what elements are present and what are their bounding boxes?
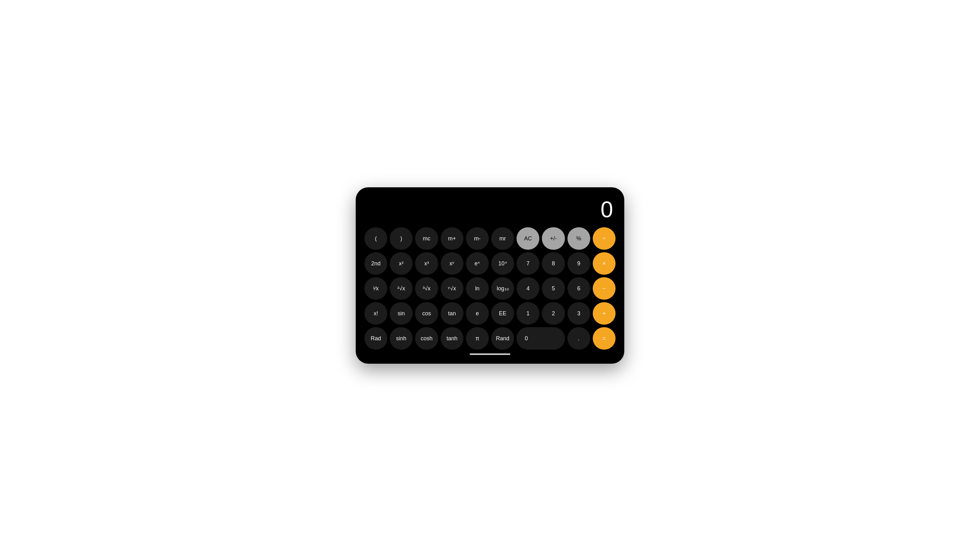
subtract-button[interactable]: − — [593, 277, 616, 300]
home-indicator — [364, 353, 616, 355]
display-value: 0 — [601, 197, 612, 222]
cos-button[interactable]: cos — [415, 302, 438, 325]
rad-button[interactable]: Rad — [364, 327, 387, 349]
add-button[interactable]: + — [593, 302, 616, 325]
tan-button[interactable]: tan — [441, 302, 463, 325]
percent-button[interactable]: % — [568, 227, 590, 250]
sin-button[interactable]: sin — [390, 302, 412, 325]
display: 0 — [364, 194, 616, 227]
sqrt2-button[interactable]: ²√x — [390, 277, 412, 300]
2-button[interactable]: 2 — [542, 302, 565, 325]
m-minus-button[interactable]: m- — [466, 227, 489, 250]
m-plus-button[interactable]: m+ — [441, 227, 463, 250]
e-button[interactable]: e — [466, 302, 489, 325]
xy-button[interactable]: xʸ — [441, 252, 463, 275]
pi-button[interactable]: π — [466, 327, 489, 349]
0-button[interactable]: 0 — [517, 327, 565, 349]
8-button[interactable]: 8 — [542, 252, 565, 275]
calculator: 0 ()mcm+m-mrAC+/-%÷2ndx²x³xʸeˣ10ˣ789×¹⁄x… — [356, 187, 624, 364]
10x-button[interactable]: 10ˣ — [491, 252, 514, 275]
close-paren-button[interactable]: ) — [390, 227, 412, 250]
rand-button[interactable]: Rand — [491, 327, 514, 349]
decimal-button[interactable]: . — [568, 327, 590, 349]
tanh-button[interactable]: tanh — [441, 327, 463, 349]
9-button[interactable]: 9 — [568, 252, 590, 275]
log10-button[interactable]: log₁₀ — [491, 277, 514, 300]
5-button[interactable]: 5 — [542, 277, 565, 300]
button-grid: ()mcm+m-mrAC+/-%÷2ndx²x³xʸeˣ10ˣ789×¹⁄x²√… — [364, 227, 616, 349]
cosh-button[interactable]: cosh — [415, 327, 438, 349]
ln-button[interactable]: ln — [466, 277, 489, 300]
sqrt3-button[interactable]: ³√x — [415, 277, 438, 300]
mr-button[interactable]: mr — [491, 227, 514, 250]
x3-button[interactable]: x³ — [415, 252, 438, 275]
ee-button[interactable]: EE — [491, 302, 514, 325]
divide-button[interactable]: ÷ — [593, 227, 616, 250]
ex-button[interactable]: eˣ — [466, 252, 489, 275]
1-button[interactable]: 1 — [517, 302, 539, 325]
ac-button[interactable]: AC — [517, 227, 539, 250]
equals-button[interactable]: = — [593, 327, 616, 349]
x2-button[interactable]: x² — [390, 252, 412, 275]
sinh-button[interactable]: sinh — [390, 327, 412, 349]
factorial-button[interactable]: x! — [364, 302, 387, 325]
4-button[interactable]: 4 — [517, 277, 539, 300]
2nd-button[interactable]: 2nd — [364, 252, 387, 275]
6-button[interactable]: 6 — [568, 277, 590, 300]
sqrty-button[interactable]: ʸ√x — [441, 277, 463, 300]
plus-minus-button[interactable]: +/- — [542, 227, 565, 250]
open-paren-button[interactable]: ( — [364, 227, 387, 250]
7-button[interactable]: 7 — [517, 252, 539, 275]
mc-button[interactable]: mc — [415, 227, 438, 250]
3-button[interactable]: 3 — [568, 302, 590, 325]
multiply-button[interactable]: × — [593, 252, 616, 275]
1x-button[interactable]: ¹⁄x — [364, 277, 387, 300]
home-bar — [470, 353, 510, 355]
